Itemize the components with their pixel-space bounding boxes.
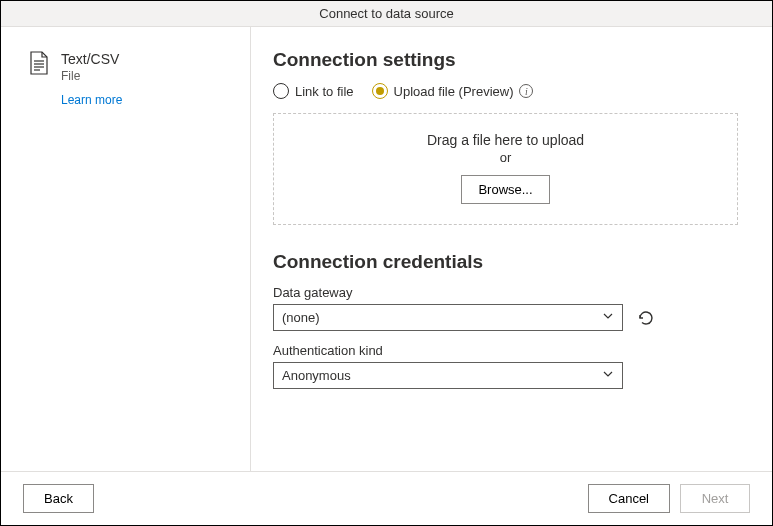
radio-link-label: Link to file [295,84,354,99]
browse-button[interactable]: Browse... [461,175,549,204]
auth-kind-row: Anonymous [273,362,738,389]
next-button: Next [680,484,750,513]
sidebar-meta: Text/CSV File Learn more [61,51,122,107]
data-gateway-select[interactable]: (none) [273,304,623,331]
window-title: Connect to data source [319,6,453,21]
data-gateway-value: (none) [282,310,320,325]
refresh-gateway-button[interactable] [633,305,659,331]
file-dropzone[interactable]: Drag a file here to upload or Browse... [273,113,738,225]
auth-kind-label: Authentication kind [273,343,738,358]
connector-name: Text/CSV [61,51,122,67]
info-icon[interactable]: i [519,84,533,98]
settings-panel: Connection settings Link to file Upload … [251,27,772,471]
back-button[interactable]: Back [23,484,94,513]
auth-kind-select[interactable]: Anonymous [273,362,623,389]
chevron-down-icon [602,368,614,383]
chevron-down-icon [602,310,614,325]
radio-link-to-file[interactable]: Link to file [273,83,354,99]
data-gateway-row: (none) [273,304,738,331]
radio-unselected-icon [273,83,289,99]
connector-type: File [61,69,122,83]
radio-selected-icon [372,83,388,99]
footer: Back Cancel Next [1,471,772,525]
sidebar: Text/CSV File Learn more [1,27,251,471]
connection-credentials-heading: Connection credentials [273,251,738,273]
data-gateway-label: Data gateway [273,285,738,300]
auth-kind-value: Anonymous [282,368,351,383]
connection-settings-heading: Connection settings [273,49,738,71]
drag-text: Drag a file here to upload [284,132,727,148]
cancel-button[interactable]: Cancel [588,484,670,513]
file-icon [29,51,49,78]
learn-more-link[interactable]: Learn more [61,93,122,107]
or-text: or [284,150,727,165]
radio-upload-label: Upload file (Preview) [394,84,514,99]
connection-mode-radios: Link to file Upload file (Preview) i [273,83,738,99]
footer-right: Cancel Next [588,484,750,513]
window-title-bar: Connect to data source [1,1,772,27]
radio-upload-file[interactable]: Upload file (Preview) i [372,83,534,99]
main-content: Text/CSV File Learn more Connection sett… [1,27,772,471]
